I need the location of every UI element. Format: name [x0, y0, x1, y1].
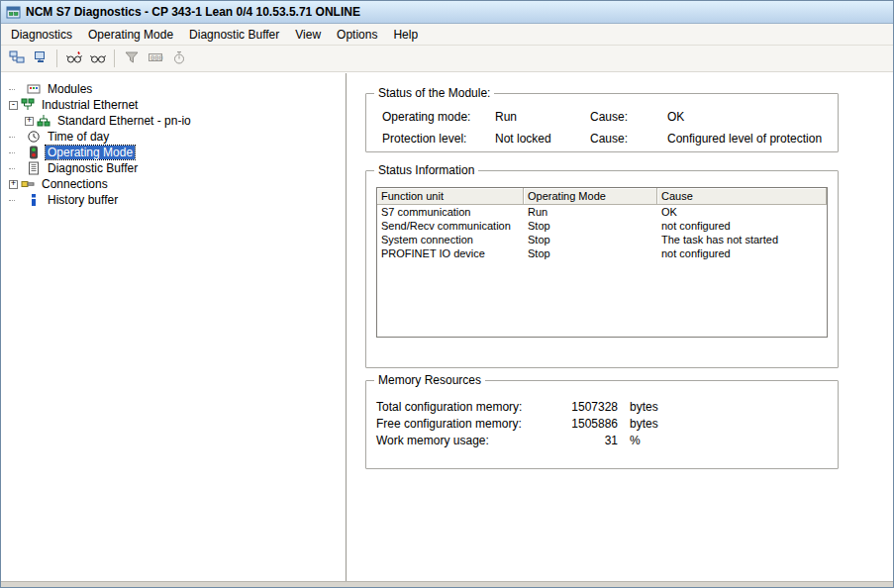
- tree-item-label: Operating Mode: [46, 146, 135, 159]
- tree-item-label: Standard Ethernet - pn-io: [55, 114, 193, 128]
- protection-level-label: Protection level:: [382, 128, 495, 149]
- diagnostic-buffer-icon: [27, 161, 42, 175]
- menu-diagnostic-buffer[interactable]: Diagnostic Buffer: [181, 24, 287, 45]
- tree-item-connections[interactable]: + Connections: [1, 176, 346, 192]
- main-area: Modules - Industrial Ethernet +: [1, 73, 893, 581]
- tree-item-diagnostic-buffer[interactable]: Diagnostic Buffer: [1, 160, 346, 176]
- tree-item-label: Diagnostic Buffer: [46, 161, 140, 175]
- connections-icon: [21, 177, 36, 191]
- cyclic-update-button[interactable]: [62, 48, 85, 69]
- cycle-time-icon: [171, 49, 187, 68]
- menubar: Diagnostics Operating Mode Diagnostic Bu…: [1, 24, 893, 46]
- history-buffer-icon: [27, 193, 42, 207]
- time-of-day-icon: [27, 130, 42, 144]
- tree-item-label: Time of day: [46, 130, 111, 144]
- column-header-operating-mode: Operating Mode: [524, 188, 657, 205]
- cause-value: Configured level of protection: [667, 128, 838, 149]
- tree-connector: [9, 168, 15, 169]
- table-row[interactable]: Send/Recv communication Stop not configu…: [377, 219, 827, 233]
- update-button[interactable]: [86, 48, 109, 69]
- tree-item-history-buffer[interactable]: History buffer: [1, 192, 346, 208]
- cause-label: Cause:: [590, 128, 667, 149]
- cell-operating-mode: Run: [524, 205, 657, 219]
- groupbox-title: Status Information: [374, 163, 478, 177]
- cell-cause: The task has not started: [657, 233, 827, 246]
- app-window: NCM S7 Diagnostics - CP 343-1 Lean 0/4 1…: [0, 0, 894, 588]
- modules-icon: [27, 82, 42, 96]
- status-table: Function unit Operating Mode Cause S7 co…: [376, 187, 828, 338]
- work-memory-value: 31: [562, 433, 618, 449]
- cause-label: Cause:: [590, 106, 667, 128]
- status-information-group: Status Information Function unit Operati…: [365, 170, 839, 368]
- module-status-group: Status of the Module: Operating mode: Ru…: [365, 93, 839, 152]
- cell-operating-mode: Stop: [524, 219, 657, 233]
- total-memory-value: 1507328: [562, 399, 618, 416]
- filter-icon: [124, 49, 140, 68]
- menu-options[interactable]: Options: [329, 24, 385, 45]
- counters-button: 000: [144, 48, 166, 69]
- operating-mode-icon: [27, 146, 42, 159]
- network-overview-icon: [9, 49, 25, 68]
- column-header-cause: Cause: [657, 188, 827, 205]
- cyclic-update-glasses-icon: [66, 49, 82, 68]
- diagnostics-tree: Modules - Industrial Ethernet +: [1, 73, 347, 581]
- work-memory-unit: %: [618, 433, 838, 449]
- network-node-button[interactable]: [29, 48, 51, 69]
- groupbox-title: Status of the Module:: [374, 86, 494, 100]
- table-row[interactable]: PROFINET IO device Stop not configured: [377, 246, 827, 260]
- operating-mode-value: Run: [495, 106, 590, 128]
- table-row[interactable]: System connection Stop The task has not …: [377, 233, 827, 246]
- collapse-icon[interactable]: -: [9, 101, 18, 110]
- table-row[interactable]: S7 communication Run OK: [377, 205, 827, 219]
- menu-operating-mode[interactable]: Operating Mode: [80, 24, 181, 45]
- tree-item-industrial-ethernet[interactable]: - Industrial Ethernet: [1, 97, 346, 113]
- counters-icon: 000: [148, 49, 163, 68]
- cell-operating-mode: Stop: [524, 246, 657, 260]
- expand-icon[interactable]: +: [25, 117, 34, 126]
- tree-item-label: Industrial Ethernet: [40, 98, 140, 112]
- window-bottom-edge: [1, 581, 893, 587]
- toolbar-separator: [114, 49, 115, 67]
- cell-function-unit: System connection: [377, 233, 524, 246]
- protection-level-value: Not locked: [495, 128, 590, 149]
- tree-item-label: History buffer: [46, 193, 120, 207]
- tree-connector: [9, 152, 15, 153]
- tree-connector: [9, 89, 15, 90]
- cell-function-unit: PROFINET IO device: [377, 246, 524, 260]
- standard-ethernet-icon: [37, 114, 51, 128]
- tree-item-time-of-day[interactable]: Time of day: [1, 129, 346, 145]
- total-memory-label: Total configuration memory:: [376, 399, 562, 416]
- expand-icon[interactable]: +: [9, 180, 18, 189]
- menu-diagnostics[interactable]: Diagnostics: [3, 24, 80, 45]
- column-header-function-unit: Function unit: [377, 188, 524, 205]
- cell-cause: not configured: [657, 219, 827, 233]
- operating-mode-label: Operating mode:: [382, 106, 495, 128]
- window-title: NCM S7 Diagnostics - CP 343-1 Lean 0/4 1…: [26, 5, 360, 19]
- svg-text:000: 000: [150, 53, 163, 61]
- tree-item-label: Connections: [40, 177, 110, 191]
- filter-button: [120, 48, 143, 69]
- update-glasses-icon: [90, 49, 106, 68]
- menu-view[interactable]: View: [287, 24, 329, 45]
- tree-item-modules[interactable]: Modules: [1, 81, 346, 97]
- network-node-icon: [33, 49, 49, 68]
- free-memory-unit: bytes: [618, 416, 838, 433]
- cell-function-unit: S7 communication: [377, 205, 524, 219]
- menu-help[interactable]: Help: [385, 24, 426, 45]
- toolbar: 000: [1, 46, 893, 72]
- tree-item-operating-mode[interactable]: Operating Mode: [1, 145, 346, 160]
- titlebar: NCM S7 Diagnostics - CP 343-1 Lean 0/4 1…: [1, 1, 893, 24]
- cell-cause: not configured: [657, 246, 827, 260]
- work-memory-label: Work memory usage:: [376, 433, 562, 449]
- tree-connector: [9, 137, 15, 138]
- cell-function-unit: Send/Recv communication: [377, 219, 524, 233]
- free-memory-value: 1505886: [562, 416, 618, 433]
- network-overview-button[interactable]: [5, 48, 28, 69]
- free-memory-label: Free configuration memory:: [376, 416, 562, 433]
- detail-panel: Status of the Module: Operating mode: Ru…: [347, 73, 893, 581]
- tree-connector: [9, 200, 15, 201]
- tree-item-label: Modules: [46, 82, 94, 96]
- tree-item-standard-ethernet[interactable]: + Standard Ethernet - pn-io: [1, 113, 346, 129]
- app-icon[interactable]: [6, 5, 21, 20]
- toolbar-separator: [56, 49, 57, 67]
